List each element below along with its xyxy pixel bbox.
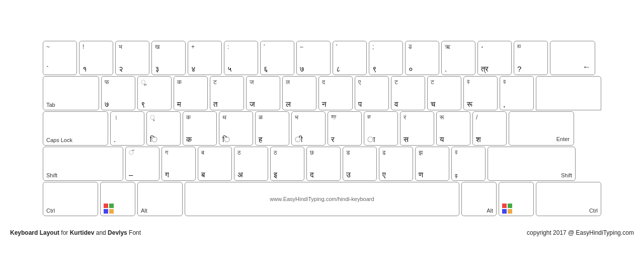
- key-rbracket[interactable]: ढ़ ,: [500, 76, 534, 110]
- key-period[interactable]: झ ण: [415, 147, 449, 181]
- key-p[interactable]: ट च: [427, 76, 461, 110]
- key-apos[interactable]: / श: [472, 111, 507, 146]
- key-backspace[interactable]: ←: [550, 41, 595, 75]
- key-t[interactable]: ज ज: [246, 76, 280, 110]
- key-g[interactable]: ळ ह: [255, 111, 289, 146]
- row-1: ~ ` ! १ भ २ ख ३ + ४ : ५ ' ६ – ७: [43, 41, 601, 75]
- key-n[interactable]: छ द: [306, 147, 341, 181]
- key-z[interactable]: ॅ –: [125, 147, 159, 181]
- key-l[interactable]: र स: [400, 111, 434, 146]
- key-u[interactable]: द न: [318, 76, 353, 110]
- row-4: Shift ॅ – ग ग ब ब ठ अ ठ इ छ द ड उ: [43, 147, 601, 181]
- key-shift-right[interactable]: Shift: [488, 147, 576, 181]
- key-semi[interactable]: रू य: [436, 111, 470, 146]
- key-i[interactable]: ए प: [355, 76, 389, 110]
- key-h[interactable]: भ ी: [291, 111, 326, 146]
- key-lbracket[interactable]: ढ़ रू: [463, 76, 498, 110]
- key-2[interactable]: भ २: [115, 41, 149, 75]
- key-b[interactable]: ठ इ: [270, 147, 304, 181]
- key-9[interactable]: ; ९: [369, 41, 403, 75]
- key-8[interactable]: ' ८: [333, 41, 367, 75]
- key-caps-lock[interactable]: Caps Lock: [43, 111, 108, 146]
- key-ctrl-right[interactable]: Ctrl: [536, 182, 601, 216]
- key-0[interactable]: द्ध ०: [405, 41, 439, 75]
- key-y[interactable]: ल ल: [282, 76, 316, 110]
- key-5[interactable]: : ५: [224, 41, 258, 75]
- key-q[interactable]: फ ७: [101, 76, 135, 110]
- keyboard-layout: ~ ` ! १ भ २ ख ३ + ४ : ५ ' ६ – ७: [33, 31, 611, 226]
- key-alt-right[interactable]: Alt: [461, 182, 497, 216]
- key-win-right[interactable]: [499, 182, 534, 216]
- footer: Keyboard Layout for Kurtidev and Devlys …: [0, 226, 644, 236]
- key-o[interactable]: ट व: [391, 76, 425, 110]
- key-s[interactable]: ृ ि: [146, 111, 181, 146]
- key-alt-left[interactable]: Alt: [137, 182, 183, 216]
- key-7[interactable]: – ७: [296, 41, 331, 75]
- key-c[interactable]: ब ब: [198, 147, 232, 181]
- key-equals[interactable]: ॰ त्र: [477, 41, 512, 75]
- key-minus[interactable]: ऋ .: [441, 41, 475, 75]
- key-enter[interactable]: Enter: [509, 111, 574, 146]
- key-1[interactable]: ! १: [79, 41, 113, 75]
- key-d[interactable]: क क: [183, 111, 217, 146]
- key-space[interactable]: www.EasyHindiTyping.com/hindi-keyboard: [185, 182, 459, 216]
- key-tab[interactable]: Tab: [43, 76, 99, 110]
- key-enter-top[interactable]: [536, 76, 601, 110]
- key-j[interactable]: श्र र: [328, 111, 362, 146]
- key-v[interactable]: ठ अ: [234, 147, 268, 181]
- windows-icon: [104, 204, 114, 214]
- key-3[interactable]: ख ३: [151, 41, 186, 75]
- key-f[interactable]: थ ि: [219, 111, 253, 146]
- row-5: Ctrl Alt www.EasyHindiTyping.com/hindi-k…: [43, 182, 601, 216]
- key-w[interactable]: ू ९: [137, 76, 172, 110]
- key-shift-left[interactable]: Shift: [43, 147, 123, 181]
- key-backtick[interactable]: ~ `: [43, 41, 77, 75]
- key-ctrl-left[interactable]: Ctrl: [43, 182, 98, 216]
- key-6[interactable]: ' ६: [260, 41, 294, 75]
- key-x[interactable]: ग ग: [162, 147, 196, 181]
- key-comma[interactable]: ढ ए: [379, 147, 413, 181]
- key-m[interactable]: ड उ: [343, 147, 377, 181]
- key-slash[interactable]: ढ़ ढ़: [451, 147, 486, 181]
- row-3: Caps Lock । . ृ ि क क थ ि ळ ह भ ी श्र र: [43, 111, 601, 146]
- key-e[interactable]: क म: [174, 76, 208, 110]
- key-4[interactable]: + ४: [188, 41, 222, 75]
- footer-left: Keyboard Layout for Kurtidev and Devlys …: [10, 229, 141, 236]
- footer-right: copyright 2017 @ EasyHindiTyping.com: [527, 229, 634, 236]
- key-win-left[interactable]: [100, 182, 135, 216]
- windows-icon-right: [502, 204, 512, 214]
- key-r[interactable]: ट त: [210, 76, 244, 110]
- row-2: Tab फ ७ ू ९ क म ट त ज ज ल ल द न: [43, 76, 601, 110]
- key-bracket[interactable]: ह्य ?: [514, 41, 548, 75]
- key-a[interactable]: । .: [110, 111, 144, 146]
- key-k[interactable]: ज्ञ ा: [364, 111, 398, 146]
